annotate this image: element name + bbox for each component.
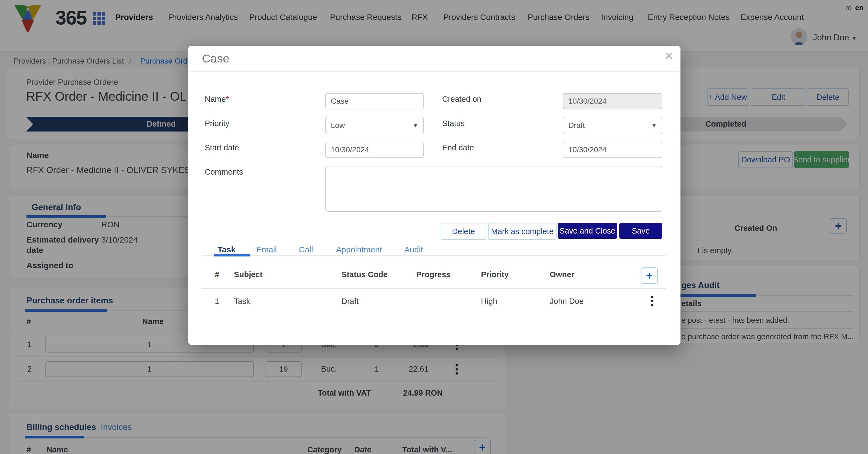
end-date-input[interactable] [563,141,662,158]
plus-icon: + [646,270,653,281]
case-modal: Case ✕ Name* Created on Priority Low▼ St… [188,46,680,345]
created-on-input [563,93,662,109]
task-row-status: Draft [341,297,359,306]
col-status: Status Code [341,270,388,279]
task-row-priority: High [481,297,497,306]
modal-header-divider [188,71,680,72]
chevron-down-icon: ▼ [651,123,657,129]
tab-task[interactable]: Task [218,245,236,254]
kebab-menu-icon[interactable] [650,294,654,308]
tab-audit[interactable]: Audit [404,245,423,254]
end-date-label: End date [442,143,474,152]
modal-tab-active-bar [214,254,250,256]
col-priority: Priority [481,270,509,279]
priority-label: Priority [205,119,229,128]
start-date-label: Start date [205,143,239,152]
col-num: # [215,270,219,279]
mark-as-complete-button[interactable]: Mark as complete [488,223,557,240]
col-subject: Subject [234,270,262,279]
close-icon[interactable]: ✕ [664,50,674,62]
save-button[interactable]: Save [619,223,662,239]
comments-label: Comments [205,167,243,176]
tab-call[interactable]: Call [299,245,313,254]
case-name-label-text: Name [205,95,226,103]
modal-table-header-divider [202,288,666,289]
case-name-input[interactable] [326,93,424,109]
save-and-close-button[interactable]: Save and Close [558,223,617,239]
required-asterisk: * [226,95,229,103]
priority-value: Low [331,121,345,130]
status-value: Draft [568,121,585,130]
status-label: Status [442,119,465,128]
task-row-subject: Task [234,297,250,306]
col-owner: Owner [550,270,574,279]
col-progress: Progress [416,270,451,279]
comments-textarea[interactable] [326,166,662,212]
priority-select[interactable]: Low▼ [326,117,424,134]
add-task-button[interactable]: + [641,267,658,284]
tab-appointment[interactable]: Appointment [336,245,382,254]
modal-tab-line [202,255,666,256]
start-date-input[interactable] [326,141,424,158]
created-on-label: Created on [442,95,482,104]
chevron-down-icon: ▼ [413,123,418,129]
case-delete-button[interactable]: Delete [441,223,486,240]
task-row-num: 1 [215,297,219,306]
tab-email[interactable]: Email [256,245,277,254]
modal-title: Case [202,52,229,65]
status-select[interactable]: Draft▼ [563,117,662,134]
task-row-owner: John Doe [550,297,584,306]
app-root: 365 Providers Providers Analytics Produc… [0,0,868,454]
case-name-label: Name* [205,95,229,104]
